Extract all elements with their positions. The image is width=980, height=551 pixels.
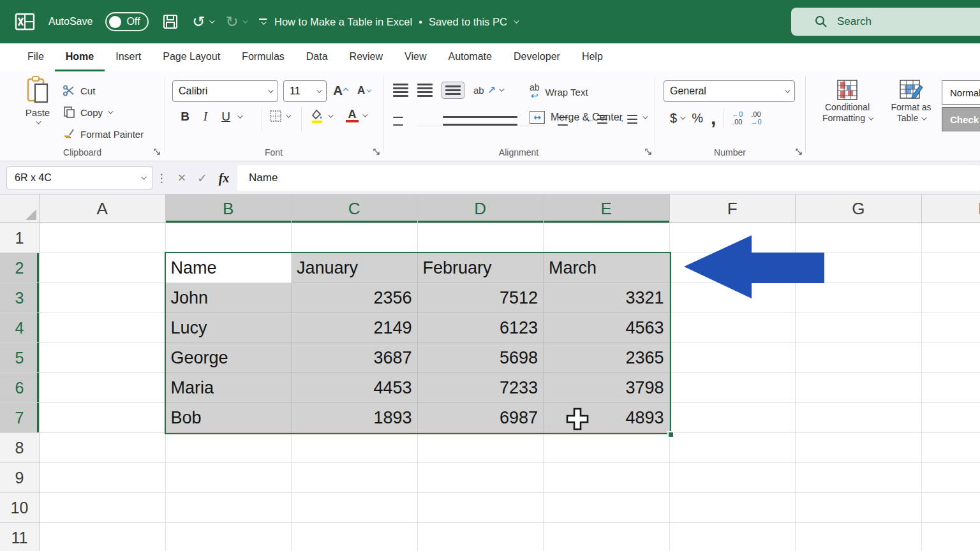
cell-e4[interactable]: 4563 <box>544 313 670 343</box>
cell-b6[interactable]: Maria <box>166 373 292 403</box>
tab-data[interactable]: Data <box>295 43 339 71</box>
cell-b5[interactable]: George <box>166 343 292 373</box>
cell[interactable] <box>418 463 544 493</box>
cell[interactable] <box>796 283 922 313</box>
grow-font-button[interactable]: A <box>333 83 348 98</box>
tab-formulas[interactable]: Formulas <box>231 43 295 71</box>
number-dialog-launcher[interactable] <box>795 148 803 156</box>
cell[interactable] <box>796 433 922 463</box>
tab-page-layout[interactable]: Page Layout <box>152 43 231 71</box>
cell[interactable] <box>670 493 796 523</box>
insert-function-button[interactable]: fx <box>214 166 234 189</box>
cell[interactable] <box>796 253 922 283</box>
format-as-table-button[interactable]: Format as Table <box>879 78 943 124</box>
column-header-d[interactable]: D <box>418 195 544 223</box>
cell[interactable] <box>292 493 418 523</box>
underline-button[interactable]: U <box>217 110 235 124</box>
cell[interactable] <box>40 493 166 523</box>
save-status[interactable]: Saved to this PC <box>429 16 507 28</box>
cell[interactable] <box>796 523 922 551</box>
cell-d2[interactable]: February <box>418 253 544 283</box>
cell[interactable] <box>40 523 166 551</box>
cell-d7[interactable]: 6987 <box>418 403 544 433</box>
row-header-11[interactable]: 11 <box>0 523 40 551</box>
cell[interactable] <box>418 523 544 551</box>
cell-b2-active[interactable]: Name <box>166 253 292 283</box>
cancel-button[interactable]: × <box>172 166 191 189</box>
fill-color-chevron-icon[interactable] <box>328 112 333 117</box>
select-all-corner[interactable] <box>0 195 40 223</box>
column-header-g[interactable]: G <box>796 195 922 223</box>
row-header-8[interactable]: 8 <box>0 433 40 463</box>
cell-style-check[interactable]: Check <box>942 107 980 131</box>
cell[interactable] <box>40 223 166 253</box>
font-family-select[interactable]: Calibri <box>172 80 278 102</box>
column-header-h[interactable]: H <box>922 195 980 223</box>
merge-chevron-icon[interactable] <box>642 114 648 119</box>
cell[interactable] <box>922 283 980 313</box>
cell[interactable] <box>922 523 980 551</box>
shrink-font-button[interactable]: A <box>357 84 370 97</box>
conditional-formatting-button[interactable]: Conditional Formatting <box>815 78 879 124</box>
align-left-button[interactable] <box>393 113 408 126</box>
cell[interactable] <box>670 313 796 343</box>
cell[interactable] <box>670 403 796 433</box>
format-painter-button[interactable]: Format Painter <box>63 128 144 140</box>
decrease-decimal-button[interactable]: .00→0 <box>750 110 761 126</box>
column-header-a[interactable]: A <box>40 195 166 223</box>
cell-e2[interactable]: March <box>544 253 670 283</box>
cell-c2[interactable]: January <box>292 253 418 283</box>
cell[interactable] <box>670 343 796 373</box>
cell[interactable] <box>166 223 292 253</box>
cut-button[interactable]: Cut <box>63 84 95 97</box>
cell[interactable] <box>922 223 980 253</box>
percent-button[interactable]: % <box>692 111 703 126</box>
cell[interactable] <box>544 433 670 463</box>
cell[interactable] <box>292 523 418 551</box>
number-format-select[interactable]: General <box>664 80 795 102</box>
cell[interactable] <box>670 523 796 551</box>
currency-button[interactable]: $ <box>670 111 684 126</box>
cell[interactable] <box>166 463 292 493</box>
cell[interactable] <box>796 463 922 493</box>
name-box[interactable]: 6R x 4C <box>6 166 153 189</box>
cell[interactable] <box>40 403 166 433</box>
row-header-4[interactable]: 4 <box>0 313 40 343</box>
tab-developer[interactable]: Developer <box>503 43 571 71</box>
borders-button[interactable] <box>269 110 290 122</box>
cell-c5[interactable]: 3687 <box>292 343 418 373</box>
borders-chevron-icon[interactable] <box>286 112 291 117</box>
font-size-select[interactable]: 11 <box>283 80 327 102</box>
bold-button[interactable]: B <box>176 110 194 124</box>
merge-center-button[interactable]: ↔ Merge & Center <box>530 111 646 124</box>
cell-e7[interactable]: 4893 <box>544 403 670 433</box>
alignment-dialog-launcher[interactable] <box>644 148 653 156</box>
cell[interactable] <box>670 463 796 493</box>
cell-d4[interactable]: 6123 <box>418 313 544 343</box>
column-header-e[interactable]: E <box>544 195 670 223</box>
cell[interactable] <box>418 433 544 463</box>
tab-automate[interactable]: Automate <box>437 43 502 71</box>
row-header-1[interactable]: 1 <box>0 223 40 253</box>
undo-button[interactable]: ↺ <box>192 14 205 29</box>
cell[interactable] <box>922 493 980 523</box>
copy-button[interactable]: Copy <box>63 106 112 119</box>
fill-color-button[interactable] <box>310 108 332 124</box>
tab-file[interactable]: File <box>17 43 55 71</box>
clipboard-dialog-launcher[interactable] <box>153 148 161 156</box>
cell[interactable] <box>544 463 670 493</box>
cell-e6[interactable]: 3798 <box>544 373 670 403</box>
comma-style-button[interactable]: , <box>711 112 716 124</box>
cell[interactable] <box>40 313 166 343</box>
underline-chevron-icon[interactable] <box>237 113 242 118</box>
copy-chevron-icon[interactable] <box>108 108 113 114</box>
column-header-f[interactable]: F <box>670 195 796 223</box>
cell-d6[interactable]: 7233 <box>418 373 544 403</box>
save-button[interactable] <box>161 13 179 31</box>
align-center-button[interactable] <box>417 112 544 126</box>
cell[interactable] <box>922 403 980 433</box>
cell[interactable] <box>40 253 166 283</box>
bottom-align-button[interactable] <box>442 82 464 99</box>
tab-insert[interactable]: Insert <box>105 43 152 71</box>
cell-e3[interactable]: 3321 <box>544 283 670 313</box>
